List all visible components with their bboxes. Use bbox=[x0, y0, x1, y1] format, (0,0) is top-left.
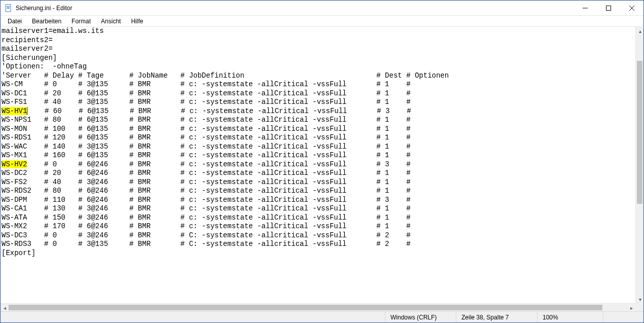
hscroll-thumb[interactable] bbox=[9, 305, 602, 310]
svg-rect-5 bbox=[606, 6, 611, 10]
editor-area: mailserver1=email.ws.itsrecipients2=mail… bbox=[1, 27, 643, 311]
svg-rect-2 bbox=[7, 7, 10, 8]
scroll-corner bbox=[635, 303, 643, 311]
status-right-pad bbox=[603, 312, 643, 322]
hscroll-track[interactable] bbox=[9, 304, 627, 311]
scroll-right-button[interactable]: ▸ bbox=[627, 304, 635, 311]
status-position: Zeile 38, Spalte 7 bbox=[456, 312, 537, 322]
svg-rect-1 bbox=[7, 6, 10, 7]
menu-file[interactable]: Datei bbox=[3, 17, 27, 26]
menubar: Datei Bearbeiten Format Ansicht Hilfe bbox=[1, 16, 643, 27]
vertical-scrollbar[interactable]: ▴ ▾ bbox=[635, 27, 643, 303]
vscroll-track[interactable] bbox=[636, 35, 643, 295]
minimize-button[interactable] bbox=[574, 1, 597, 16]
text-content[interactable]: mailserver1=email.ws.itsrecipients2=mail… bbox=[1, 27, 635, 303]
status-zoom: 100% bbox=[537, 312, 603, 322]
horizontal-scrollbar[interactable]: ◂ ▸ bbox=[1, 303, 635, 311]
scroll-down-button[interactable]: ▾ bbox=[636, 295, 643, 303]
status-empty bbox=[1, 312, 385, 322]
menu-view[interactable]: Ansicht bbox=[96, 17, 126, 26]
statusbar: Windows (CRLF) Zeile 38, Spalte 7 100% bbox=[1, 311, 643, 322]
app-icon bbox=[5, 4, 13, 12]
scroll-left-button[interactable]: ◂ bbox=[1, 304, 9, 311]
status-encoding: Windows (CRLF) bbox=[385, 312, 456, 322]
notepad-window: Sicherung.ini - Editor Datei Bearbeiten … bbox=[0, 0, 644, 323]
menu-help[interactable]: Hilfe bbox=[126, 17, 148, 26]
close-button[interactable] bbox=[620, 1, 643, 16]
menu-edit[interactable]: Bearbeiten bbox=[27, 17, 66, 26]
menu-format[interactable]: Format bbox=[66, 17, 96, 26]
window-title: Sicherung.ini - Editor bbox=[16, 5, 72, 12]
vscroll-thumb[interactable] bbox=[637, 61, 642, 204]
svg-rect-3 bbox=[7, 8, 10, 9]
titlebar[interactable]: Sicherung.ini - Editor bbox=[1, 1, 643, 16]
scroll-up-button[interactable]: ▴ bbox=[636, 27, 643, 35]
maximize-button[interactable] bbox=[597, 1, 620, 16]
svg-rect-4 bbox=[583, 8, 588, 8]
